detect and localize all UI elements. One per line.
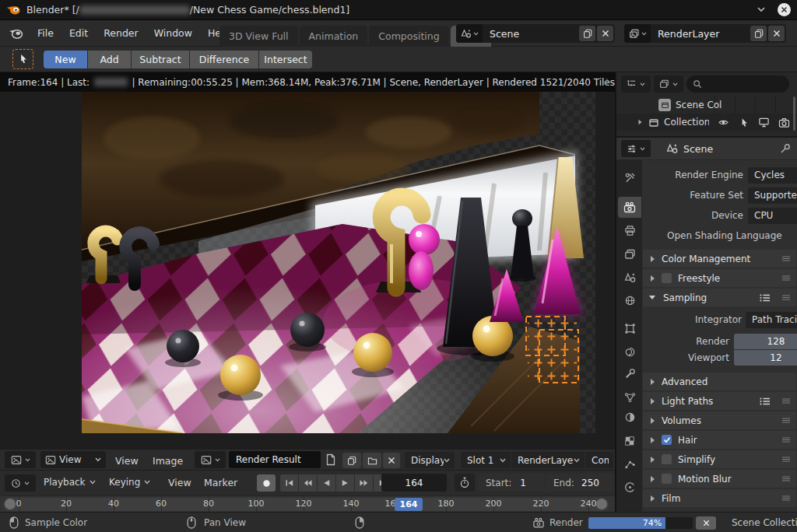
renderlayer-copy-icon[interactable] — [750, 26, 767, 41]
image-name-field[interactable]: Render Result — [229, 451, 321, 468]
outliner-filter-button[interactable] — [654, 75, 683, 93]
display-dropdown[interactable]: Display — [405, 452, 455, 468]
scene-unlink-icon[interactable] — [597, 26, 613, 41]
tab-animation[interactable]: Animation — [300, 26, 368, 47]
hair-checkbox[interactable] — [662, 435, 672, 445]
expand-arrow-icon[interactable] — [639, 120, 642, 124]
image-browse-button[interactable] — [195, 451, 226, 468]
tab-view-layer[interactable] — [618, 243, 641, 264]
active-tool-button[interactable] — [12, 49, 33, 69]
outliner-editor-type-button[interactable] — [621, 75, 651, 93]
properties-editor-type-button[interactable] — [621, 140, 651, 157]
menu-render[interactable]: Render — [96, 23, 146, 44]
panel-film[interactable]: Film — [643, 489, 796, 507]
open-image-folder-icon[interactable] — [363, 453, 381, 468]
play-button[interactable] — [336, 474, 354, 492]
renderlayer-remove-icon[interactable] — [768, 26, 785, 41]
tab-constraints[interactable] — [618, 477, 641, 498]
panel-motion-blur[interactable]: Motion Blur — [643, 470, 796, 488]
new-image-icon[interactable] — [325, 453, 336, 466]
pass-dropdown[interactable]: Combined — [585, 452, 613, 468]
current-frame-indicator[interactable]: 164 — [395, 498, 423, 511]
tab-world[interactable] — [618, 290, 641, 311]
frame-end-field[interactable]: End: 250 — [546, 474, 613, 492]
auto-keyframe-record-button[interactable] — [257, 474, 276, 492]
bool-subtract-button[interactable]: Subtract — [132, 51, 189, 68]
timeline-ruler[interactable]: 0 20 40 60 80 100 120 140 160 180 200 22… — [0, 495, 615, 512]
scrollbar-handle-left[interactable] — [5, 499, 16, 509]
presets-icon[interactable] — [759, 293, 771, 303]
blender-logo-mono-icon[interactable] — [8, 26, 23, 40]
renderlayer-name-field[interactable]: RenderLayer — [651, 28, 750, 40]
image-image-menu[interactable]: Image — [153, 455, 183, 467]
layer-dropdown[interactable]: RenderLayer — [511, 452, 585, 468]
viewport-display-monitor-icon[interactable] — [758, 117, 770, 128]
panel-volumes[interactable]: Volumes — [643, 411, 796, 429]
scene-name-field[interactable]: Scene — [483, 28, 579, 40]
panel-advanced[interactable]: Advanced — [643, 373, 796, 390]
window-close-icon[interactable] — [778, 3, 791, 16]
motion-blur-checkbox[interactable] — [662, 474, 672, 484]
freestyle-checkbox[interactable] — [662, 273, 672, 283]
bool-difference-button[interactable]: Difference — [190, 51, 258, 68]
timeline-editor-type-button[interactable] — [5, 474, 36, 492]
tab-render[interactable] — [618, 197, 641, 218]
tab-3d-view-full[interactable]: 3D View Full — [219, 26, 298, 47]
scene-copy-icon[interactable] — [579, 26, 595, 41]
renderlayer-browse-button[interactable] — [624, 24, 651, 43]
hide-eye-icon[interactable] — [718, 117, 729, 128]
scene-browse-button[interactable] — [456, 24, 483, 43]
timeline-view-menu[interactable]: View — [168, 477, 191, 488]
bool-new-button[interactable]: New — [44, 51, 87, 68]
selectable-cursor-icon[interactable] — [739, 117, 749, 128]
prev-keyframe-button[interactable] — [299, 474, 317, 492]
outliner-row-collection-1[interactable]: Collection 1 — [616, 114, 797, 131]
tab-object[interactable] — [618, 318, 641, 339]
presets-icon[interactable] — [759, 397, 771, 406]
frame-start-field[interactable]: Start: 1 — [478, 474, 545, 492]
tab-texture[interactable] — [618, 430, 641, 451]
panel-color-management[interactable]: Color Management — [643, 250, 796, 268]
tab-tool[interactable] — [618, 167, 641, 188]
cancel-render-icon[interactable] — [696, 516, 716, 530]
panel-light-paths[interactable]: Light Paths — [643, 392, 796, 410]
panel-simplify[interactable]: Simplify — [643, 450, 796, 468]
tab-compositing[interactable]: Compositing — [369, 26, 448, 47]
outliner-row-scene-collection[interactable]: Scene Collection — [616, 96, 797, 114]
panel-sampling[interactable]: Sampling — [643, 289, 796, 306]
play-reverse-button[interactable] — [318, 474, 335, 492]
unlink-image-icon[interactable] — [383, 453, 400, 468]
pack-image-icon[interactable] — [342, 453, 361, 468]
render-camera-icon[interactable] — [778, 117, 790, 128]
window-menu-chevron-icon[interactable] — [757, 6, 766, 12]
viewport-samples-field[interactable]: 12 — [734, 350, 797, 366]
region-corner-icon[interactable]: ✛ — [603, 77, 611, 88]
outliner-search-input[interactable] — [686, 75, 789, 93]
tab-physics-spiral[interactable] — [618, 341, 641, 362]
tab-scene[interactable] — [618, 267, 641, 288]
scrollbar-handle-right[interactable] — [596, 499, 607, 509]
pin-icon[interactable] — [780, 143, 791, 154]
image-editor-viewport[interactable] — [0, 92, 615, 449]
tab-points[interactable] — [618, 453, 641, 474]
next-keyframe-button[interactable] — [355, 474, 373, 492]
tab-modifiers[interactable] — [618, 363, 641, 384]
outliner-scrollbar[interactable] — [793, 96, 795, 131]
tab-object-data[interactable] — [618, 407, 641, 428]
menu-edit[interactable]: Edit — [61, 23, 96, 44]
device-dropdown[interactable]: CPU — [748, 208, 797, 224]
image-editor-type-button[interactable] — [5, 451, 36, 468]
tab-output[interactable] — [618, 220, 641, 241]
render-engine-dropdown[interactable]: Cycles — [748, 167, 797, 184]
timeline-marker-menu[interactable]: Marker — [204, 477, 237, 488]
image-view-menu[interactable]: View — [115, 455, 139, 467]
playback-dropdown[interactable]: Playback — [44, 477, 96, 488]
tab-particles[interactable] — [618, 387, 641, 408]
bool-add-button[interactable]: Add — [88, 51, 131, 68]
stopwatch-icon[interactable] — [455, 474, 475, 492]
render-samples-field[interactable]: 128 — [734, 334, 797, 349]
current-frame-field[interactable]: 164 — [381, 474, 447, 492]
menu-file[interactable]: File — [30, 23, 61, 44]
simplify-checkbox[interactable] — [662, 454, 672, 464]
menu-window[interactable]: Window — [146, 23, 200, 44]
